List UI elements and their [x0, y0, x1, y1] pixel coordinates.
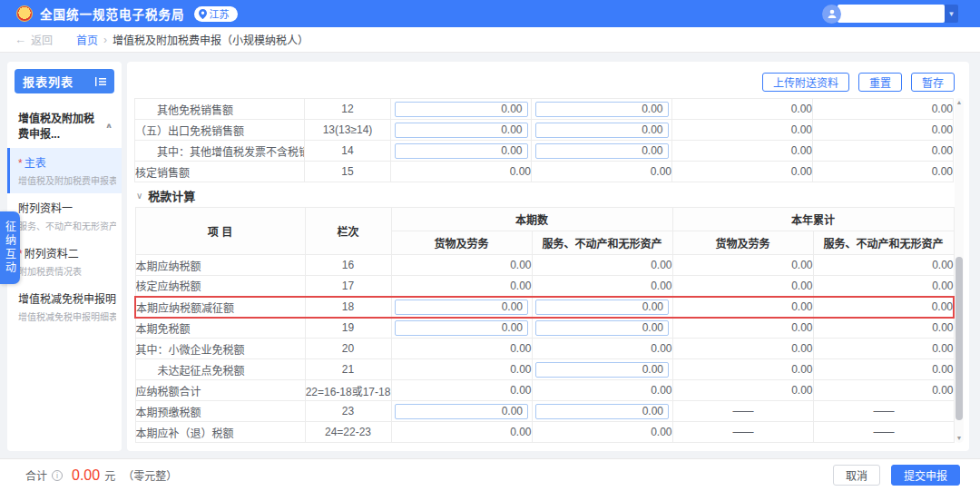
sidebar-header[interactable]: 报表列表 [15, 69, 114, 93]
total-unit: 元 [104, 467, 115, 483]
row-number: 24=22-23 [305, 422, 391, 443]
cell-value: 0.00 [672, 120, 813, 141]
back-arrow-icon[interactable]: ← [15, 33, 26, 46]
cell-value: 0.00 [672, 318, 813, 339]
taxpayer-select[interactable] [838, 5, 945, 23]
sales-table: 其他免税销售额 12 0.00 0.00 （五）出口免税销售额 13(13≥14… [134, 98, 954, 182]
total-label: 合计 [25, 467, 47, 483]
cell-input[interactable] [395, 123, 528, 138]
section-title: 税款计算 [148, 187, 195, 204]
cell-value: 0.00 [391, 422, 532, 443]
cell-value: 0.00 [391, 162, 532, 182]
row-label: 核定应纳税额 [135, 276, 305, 297]
submit-declaration-button[interactable]: 提交申报 [891, 465, 960, 486]
row-label: 未达起征点免税额 [135, 359, 305, 380]
cell-dash: —— [672, 422, 813, 443]
breadcrumb-separator: › [103, 34, 107, 46]
cell-input[interactable] [535, 143, 669, 159]
sidebar-item-main-form[interactable]: *主表 增值税及附加税费申报表 [7, 148, 122, 193]
row-number: 12 [305, 99, 391, 120]
cell-value: 0.00 [813, 162, 954, 182]
top-navbar: 全国统一规范电子税务局 江苏 ▼ [0, 0, 980, 27]
total-in-words: （零元整） [122, 467, 177, 483]
scroll-up-icon[interactable]: ▲ [955, 98, 964, 107]
cell-value: 0.00 [391, 380, 532, 401]
row-number: 14 [305, 141, 391, 162]
cell-value: 0.00 [672, 297, 813, 318]
national-emblem-logo [16, 5, 33, 22]
table-row-highlighted: 本期应纳税额减征额 18 0.00 0.00 [135, 297, 954, 318]
cell-value: 0.00 [813, 297, 954, 318]
cell-value: 0.00 [672, 141, 813, 162]
cell-value: 0.00 [391, 255, 532, 276]
cell-input[interactable] [395, 143, 528, 159]
row-number: 17 [305, 276, 391, 297]
cell-value: 0.00 [672, 162, 813, 182]
row-number: 18 [305, 297, 391, 318]
sidebar-group-label: 增值税及附加税费申报... [18, 110, 105, 141]
row-number: 21 [305, 359, 391, 380]
cell-dash: —— [672, 401, 813, 422]
row-label: 本期应纳税额 [135, 255, 305, 276]
scroll-down-icon[interactable]: ▼ [955, 434, 964, 443]
header-goods: 货物及劳务 [391, 231, 532, 255]
table-row: 核定应纳税额 17 0.00 0.00 0.00 0.00 [135, 276, 954, 297]
location-pin-icon [199, 9, 207, 19]
sidebar-collapse-icon[interactable] [95, 77, 106, 86]
cell-input[interactable] [535, 123, 669, 138]
cell-input[interactable] [535, 300, 669, 315]
app-title: 全国统一规范电子税务局 [40, 5, 185, 23]
header-current-period: 本期数 [391, 208, 672, 231]
row-label: 本期应纳税额减征额 [135, 297, 305, 318]
cell-value: 0.00 [532, 162, 672, 182]
cell-input[interactable] [395, 320, 528, 336]
row-number: 13(13≥14) [305, 120, 391, 141]
header-year-to-date: 本年累计 [672, 208, 954, 231]
tax-interaction-floating-tab[interactable]: 征纳互动 [0, 211, 20, 284]
cell-input[interactable] [535, 102, 669, 117]
row-label: 本期免税额 [135, 318, 305, 339]
sidebar-title: 报表列表 [23, 73, 74, 90]
cell-value: 0.00 [532, 422, 672, 443]
cell-value: 0.00 [672, 99, 813, 120]
breadcrumb-home-link[interactable]: 首页 [76, 32, 98, 47]
chevron-down-icon[interactable]: ▼ [945, 5, 958, 23]
save-draft-button[interactable]: 暂存 [911, 73, 955, 92]
upload-attachment-button[interactable]: 上传附送资料 [762, 73, 849, 92]
form-panel: 上传附送资料 重置 暂存 其他免税销售额 12 0.00 0.00 （五）出口免… [127, 62, 969, 451]
scrollbar-thumb[interactable] [956, 257, 963, 420]
sidebar-item-label: 主表 [24, 157, 46, 170]
sidebar-item-subtitle: 附加税费情况表 [18, 264, 116, 278]
section-header-tax-calculation[interactable]: ∨ 税款计算 [136, 183, 195, 207]
vertical-scrollbar[interactable]: ▲ ▼ [955, 98, 964, 443]
sidebar-item-vat-reduction[interactable]: 增值税减免税申报明... 增值税减免税申报明细表 [7, 284, 122, 329]
reset-button[interactable]: 重置 [858, 73, 902, 92]
cell-input[interactable] [535, 362, 669, 378]
row-number: 19 [305, 318, 391, 339]
cell-input[interactable] [535, 404, 669, 419]
cell-value: 0.00 [391, 359, 532, 380]
chevron-up-icon: ∧ [105, 122, 113, 130]
sidebar-item-appendix-1[interactable]: 附列资料一 服务、不动产和无形资产扣.. [7, 193, 122, 239]
sidebar-group-vat-declaration[interactable]: 增值税及附加税费申报... ∧ [7, 101, 122, 148]
cell-input[interactable] [535, 320, 669, 336]
info-icon[interactable] [52, 470, 63, 481]
cell-input[interactable] [395, 404, 528, 419]
chevron-down-icon: ∨ [136, 191, 142, 201]
region-badge[interactable]: 江苏 [194, 6, 238, 22]
cell-input[interactable] [395, 300, 528, 315]
row-label: 应纳税额合计 [135, 380, 305, 401]
row-number: 23 [305, 401, 391, 422]
cell-dash: —— [813, 422, 954, 443]
tax-calculation-table: 项 目 栏次 本期数 本年累计 货物及劳务 服务、不动产和无形资产 货物及劳务 … [134, 207, 955, 443]
row-label: 其中：其他增值税发票不含税销售额 [135, 141, 305, 162]
cell-value: 0.00 [672, 276, 813, 297]
breadcrumb: ← 返回 首页 › 增值税及附加税费申报（小规模纳税人） [0, 27, 980, 53]
table-row: （五）出口免税销售额 13(13≥14) 0.00 0.00 [135, 120, 954, 141]
table-row: 其中：小微企业免税额 20 0.00 0.00 0.00 0.00 [135, 339, 954, 359]
cell-input[interactable] [395, 102, 528, 117]
cancel-button[interactable]: 取消 [833, 465, 880, 486]
cell-value: 0.00 [532, 380, 672, 401]
sidebar-item-appendix-2[interactable]: *附列资料二 附加税费情况表 [7, 239, 122, 284]
back-link[interactable]: 返回 [31, 32, 53, 47]
